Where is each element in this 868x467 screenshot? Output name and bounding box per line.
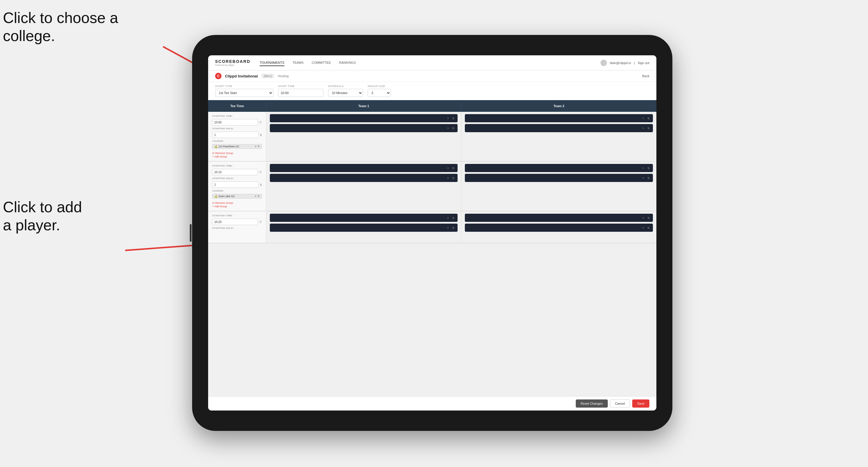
starting-hole-label-2: STARTING HOLE: xyxy=(212,177,262,180)
group-row: STARTING TIME: ⏱ STARTING HOLE: ⇅ COURSE… xyxy=(208,162,656,211)
player-remove-icon[interactable]: × xyxy=(446,226,450,230)
starting-time-label-3: STARTING TIME: xyxy=(212,214,262,217)
starting-time-label-1: STARTING TIME: xyxy=(212,115,262,117)
player-expand-icon[interactable]: ⇅ xyxy=(647,126,651,130)
course-edit-1[interactable]: ✎ xyxy=(258,145,260,148)
course-remove-2[interactable]: × xyxy=(255,195,256,198)
starting-time-label-2: STARTING TIME: xyxy=(212,164,262,167)
course-label-2: COURSE: xyxy=(212,190,262,192)
starting-time-input-1[interactable] xyxy=(212,119,258,125)
tablet-screen: SCOREBOARD Powered by clippd TOURNAMENTS… xyxy=(208,55,656,410)
player-remove-icon[interactable]: × xyxy=(641,176,645,180)
settings-form-row: Start Type 1st Tee Start Start Time Inte… xyxy=(208,82,656,100)
player-expand-icon[interactable]: ⇅ xyxy=(451,226,455,230)
start-time-input[interactable] xyxy=(278,89,323,97)
group-2-left: STARTING TIME: ⏱ STARTING HOLE: ⇅ COURSE… xyxy=(208,162,266,211)
player-remove-icon[interactable]: × xyxy=(641,226,645,230)
player-expand-icon[interactable]: ⇅ xyxy=(451,116,455,120)
avatar xyxy=(600,60,607,66)
nav-links: TOURNAMENTS TEAMS COMMITTEE RANKINGS xyxy=(260,60,600,66)
player-remove-icon[interactable]: × xyxy=(641,216,645,220)
course-badge-1[interactable]: ⛳ (A) Peachtree GC × ✎ xyxy=(212,144,262,149)
player-remove-icon[interactable]: × xyxy=(446,116,450,120)
time-icon-2: ⏱ xyxy=(259,170,262,174)
nav-link-rankings[interactable]: RANKINGS xyxy=(339,60,356,66)
group-2-team2: ×⇅ ×⇅ xyxy=(461,162,656,211)
player-remove-icon[interactable]: × xyxy=(641,116,645,120)
group-3-team1: ×⇅ ×⇅ xyxy=(266,211,461,243)
intervals-select[interactable]: 10 Minutes xyxy=(328,89,363,97)
start-time-group: Start Time xyxy=(278,85,323,97)
player-expand-icon[interactable]: ⇅ xyxy=(451,216,455,220)
start-time-label: Start Time xyxy=(278,85,323,88)
sub-header: C Clippd Invitational (Men) Hosting Back xyxy=(208,70,656,82)
player-expand-icon[interactable]: ⇅ xyxy=(451,176,455,180)
remove-group-2[interactable]: ⊖ Remove Group xyxy=(212,201,262,205)
player-row: ×⇅ xyxy=(465,224,653,232)
player-row: × ⇅ xyxy=(465,124,653,132)
group-1-actions: ⊖ Remove Group + Add Group xyxy=(212,152,262,158)
tablet-side-button xyxy=(190,224,191,242)
tablet-device: SCOREBOARD Powered by clippd TOURNAMENTS… xyxy=(192,35,672,431)
cancel-button[interactable]: Cancel xyxy=(610,400,630,408)
player-remove-icon[interactable]: × xyxy=(446,126,450,130)
starting-hole-label-3: STARTING HOLE: xyxy=(212,227,262,229)
starting-time-input-2[interactable] xyxy=(212,169,258,175)
player-expand-icon[interactable]: ⇅ xyxy=(451,166,455,170)
player-remove-icon[interactable]: × xyxy=(446,216,450,220)
back-button[interactable]: Back xyxy=(643,74,649,78)
course-icon-2: ⛳ xyxy=(214,195,217,198)
starting-hole-input-2[interactable] xyxy=(212,181,258,188)
player-expand-icon[interactable]: ⇅ xyxy=(451,126,455,130)
course-label-1: COURSE: xyxy=(212,140,262,143)
player-remove-icon[interactable]: × xyxy=(446,166,450,170)
reset-changes-button[interactable]: Reset Changes xyxy=(576,400,608,408)
intervals-group: Intervals 10 Minutes xyxy=(328,85,363,97)
player-expand-icon[interactable]: ⇅ xyxy=(647,176,651,180)
app-logo-title: SCOREBOARD xyxy=(215,59,250,64)
player-expand-icon[interactable]: ⇅ xyxy=(647,116,651,120)
sign-out-link[interactable]: Sign out xyxy=(638,61,649,65)
starting-hole-input-1[interactable] xyxy=(212,132,258,138)
player-remove-icon[interactable]: × xyxy=(641,126,645,130)
player-expand-icon[interactable]: ⇅ xyxy=(647,166,651,170)
player-row: × ⇅ xyxy=(270,114,458,122)
course-badge-2[interactable]: ⛳ East Lake GC × ✎ xyxy=(212,194,262,198)
course-edit-2[interactable]: ✎ xyxy=(258,195,260,198)
group-1-team1: × ⇅ × ⇅ xyxy=(266,112,461,161)
remove-group-1[interactable]: ⊖ Remove Group xyxy=(212,152,262,155)
add-group-2[interactable]: + Add Group xyxy=(212,205,262,208)
save-button[interactable]: Save xyxy=(632,400,649,408)
time-icon-3: ⏱ xyxy=(259,220,262,224)
player-expand-icon[interactable]: ⇅ xyxy=(647,216,651,220)
course-icon-1: ⛳ xyxy=(214,145,217,148)
nav-right: blair@clippd.io | Sign out xyxy=(600,60,649,66)
player-row: ×⇅ xyxy=(465,214,653,222)
nav-link-teams[interactable]: TEAMS xyxy=(292,60,304,66)
player-controls: × ⇅ xyxy=(641,126,651,130)
player-remove-icon[interactable]: × xyxy=(641,166,645,170)
hole-icon-2: ⇅ xyxy=(260,183,262,186)
app-logo: SCOREBOARD Powered by clippd xyxy=(215,59,250,66)
starting-time-input-3[interactable] xyxy=(212,219,258,225)
player-row: × ⇅ xyxy=(270,124,458,132)
start-type-select[interactable]: 1st Tee Start xyxy=(215,89,273,97)
group-2-team1: ×⇅ ×⇅ xyxy=(266,162,461,211)
time-icon-1: ⏱ xyxy=(259,121,262,124)
group-size-label: Group Size xyxy=(368,85,391,88)
table-header: Tee Time Team 1 Team 2 xyxy=(208,100,656,112)
player-controls: × ⇅ xyxy=(446,126,455,130)
group-size-select[interactable]: 3 xyxy=(368,89,391,97)
player-remove-icon[interactable]: × xyxy=(446,176,450,180)
nav-link-tournaments[interactable]: TOURNAMENTS xyxy=(260,60,284,66)
annotation-choose-college: Click to choose a college. xyxy=(3,9,118,45)
group-row: STARTING TIME: ⏱ STARTING HOLE: ×⇅ ×⇅ xyxy=(208,211,656,243)
group-3-left: STARTING TIME: ⏱ STARTING HOLE: xyxy=(208,211,266,243)
team1-header: Team 1 xyxy=(266,102,461,110)
course-remove-1[interactable]: × xyxy=(255,145,256,148)
player-controls: × ⇅ xyxy=(446,116,455,120)
add-group-1[interactable]: + Add Group xyxy=(212,155,262,158)
intervals-label: Intervals xyxy=(328,85,363,88)
player-expand-icon[interactable]: ⇅ xyxy=(647,226,651,230)
nav-link-committee[interactable]: COMMITTEE xyxy=(312,60,331,66)
